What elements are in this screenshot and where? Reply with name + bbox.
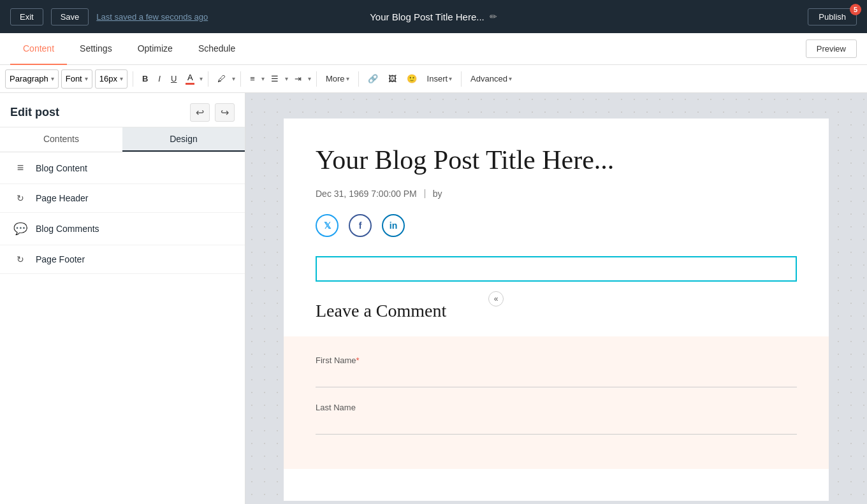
toolbar-divider-1 <box>133 71 133 87</box>
sidebar-item-page-footer[interactable]: ↻ Page Footer <box>0 245 245 274</box>
selected-content-block[interactable] <box>316 256 797 282</box>
toolbar: Paragraph ▾ Font ▾ 16px ▾ B I U A ▾ 🖊 ▾ … <box>0 65 867 93</box>
blog-meta-by: by <box>433 189 442 199</box>
sidebar-item-blog-content[interactable]: ≡ Blog Content <box>0 152 245 184</box>
font-size-value: 16px <box>99 74 117 83</box>
indent-icon: ⇥ <box>295 74 302 83</box>
indent-button[interactable]: ⇥ <box>291 69 305 89</box>
tab-optimize[interactable]: Optimize <box>125 33 186 65</box>
publish-badge: 5 <box>850 4 861 15</box>
tab-bar: Content Settings Optimize Schedule Previ… <box>0 33 867 65</box>
tab-schedule[interactable]: Schedule <box>186 33 248 65</box>
font-size-chevron: ▾ <box>120 75 123 82</box>
advanced-chevron: ▾ <box>509 75 512 82</box>
save-button[interactable]: Save <box>51 8 89 25</box>
bold-button[interactable]: B <box>138 69 152 89</box>
sidebar-content: ≡ Blog Content ↻ Page Header 💬 Blog Comm… <box>0 152 245 504</box>
blog-post-inner: Your Blog Post Title Here... Dec 31, 196… <box>284 119 829 494</box>
sidebar-tab-contents[interactable]: Contents <box>0 127 122 152</box>
sidebar-actions: ↩ ↪ <box>190 103 235 122</box>
underline-button[interactable]: U <box>167 69 180 89</box>
font-size-dropdown[interactable]: 16px ▾ <box>95 69 127 89</box>
toolbar-divider-4 <box>316 71 317 87</box>
blog-meta-date: Dec 31, 1969 7:00:00 PM <box>316 189 417 199</box>
toolbar-divider-5 <box>358 71 359 87</box>
sidebar-tab-design[interactable]: Design <box>122 127 245 152</box>
image-button[interactable]: 🖼 <box>384 69 400 89</box>
document-title: Your Blog Post Title Here... <box>370 11 484 22</box>
sidebar-collapse-button[interactable]: « <box>488 291 504 306</box>
preview-button[interactable]: Preview <box>806 40 857 58</box>
publish-button[interactable]: Publish 5 <box>808 8 857 25</box>
blog-title[interactable]: Your Blog Post Title Here... <box>316 144 797 176</box>
redo-button[interactable]: ↪ <box>215 103 235 122</box>
text-color-chevron[interactable]: ▾ <box>200 75 203 82</box>
highlight-chevron[interactable]: ▾ <box>232 75 235 82</box>
link-button[interactable]: 🔗 <box>364 69 382 89</box>
advanced-label: Advanced <box>470 74 507 83</box>
more-label: More <box>326 74 345 83</box>
blog-comments-icon: 💬 <box>13 222 28 236</box>
blog-meta: Dec 31, 1969 7:00:00 PM by <box>316 189 797 199</box>
top-bar: Exit Save Last saved a few seconds ago Y… <box>0 0 867 33</box>
last-name-input[interactable] <box>316 416 797 435</box>
facebook-icon[interactable]: f <box>349 214 372 237</box>
paragraph-dropdown[interactable]: Paragraph ▾ <box>5 69 59 89</box>
toolbar-divider-3 <box>240 71 241 87</box>
page-header-icon: ↻ <box>13 193 28 203</box>
highlight-icon: 🖊 <box>217 74 226 83</box>
social-icons: 𝕏 f in <box>316 214 797 237</box>
content-area: Your Blog Post Title Here... Dec 31, 196… <box>245 93 867 504</box>
exit-button[interactable]: Exit <box>10 8 43 25</box>
undo-button[interactable]: ↩ <box>190 103 210 122</box>
italic-button[interactable]: I <box>154 69 164 89</box>
last-name-label: Last Name <box>316 403 797 412</box>
emoji-icon: 🙂 <box>407 74 417 83</box>
blog-content-icon: ≡ <box>13 161 28 175</box>
blog-post-container: Your Blog Post Title Here... Dec 31, 196… <box>284 119 829 501</box>
more-chevron: ▾ <box>346 75 349 82</box>
page-footer-icon: ↻ <box>13 254 28 264</box>
toolbar-divider-2 <box>208 71 208 87</box>
linkedin-icon[interactable]: in <box>382 214 405 237</box>
twitter-icon[interactable]: 𝕏 <box>316 214 339 237</box>
tab-settings[interactable]: Settings <box>67 33 125 65</box>
list-chevron[interactable]: ▾ <box>285 75 288 82</box>
last-name-field-group: Last Name <box>316 403 797 450</box>
font-dropdown[interactable]: Font ▾ <box>61 69 92 89</box>
text-color-label: A <box>187 73 193 82</box>
font-label: Font <box>66 74 82 83</box>
document-title-area: Your Blog Post Title Here... ✏ <box>370 11 497 22</box>
paragraph-label: Paragraph <box>10 74 48 83</box>
list-button[interactable]: ☰ <box>267 69 282 89</box>
insert-label: Insert <box>427 74 448 83</box>
indent-chevron[interactable]: ▾ <box>308 75 311 82</box>
page-header-label: Page Header <box>36 193 89 203</box>
first-name-input[interactable] <box>316 369 797 387</box>
sidebar-item-page-header[interactable]: ↻ Page Header <box>0 184 245 213</box>
insert-chevron: ▾ <box>449 75 452 82</box>
last-saved-text[interactable]: Last saved a few seconds ago <box>96 12 208 22</box>
font-chevron: ▾ <box>85 75 88 82</box>
more-button[interactable]: More ▾ <box>322 69 353 89</box>
toolbar-divider-6 <box>461 71 462 87</box>
tab-content[interactable]: Content <box>10 33 67 65</box>
align-icon: ≡ <box>250 74 255 83</box>
link-icon: 🔗 <box>368 74 378 83</box>
list-icon: ☰ <box>271 74 279 83</box>
leave-comment-title: Leave a Comment <box>316 301 797 321</box>
highlight-button[interactable]: 🖊 <box>214 69 229 89</box>
align-chevron[interactable]: ▾ <box>261 75 265 82</box>
first-name-label: First Name* <box>316 356 797 365</box>
text-color-button[interactable]: A <box>183 69 197 89</box>
edit-title-icon[interactable]: ✏ <box>490 11 497 22</box>
meta-divider <box>425 189 425 198</box>
emoji-button[interactable]: 🙂 <box>403 69 421 89</box>
sidebar-item-blog-comments[interactable]: 💬 Blog Comments <box>0 213 245 245</box>
blog-content-label: Blog Content <box>36 163 87 173</box>
advanced-button[interactable]: Advanced ▾ <box>467 69 516 89</box>
first-name-required: * <box>356 356 360 365</box>
sidebar-tabs: Contents Design <box>0 127 245 152</box>
align-button[interactable]: ≡ <box>246 69 259 89</box>
insert-button[interactable]: Insert ▾ <box>423 69 456 89</box>
